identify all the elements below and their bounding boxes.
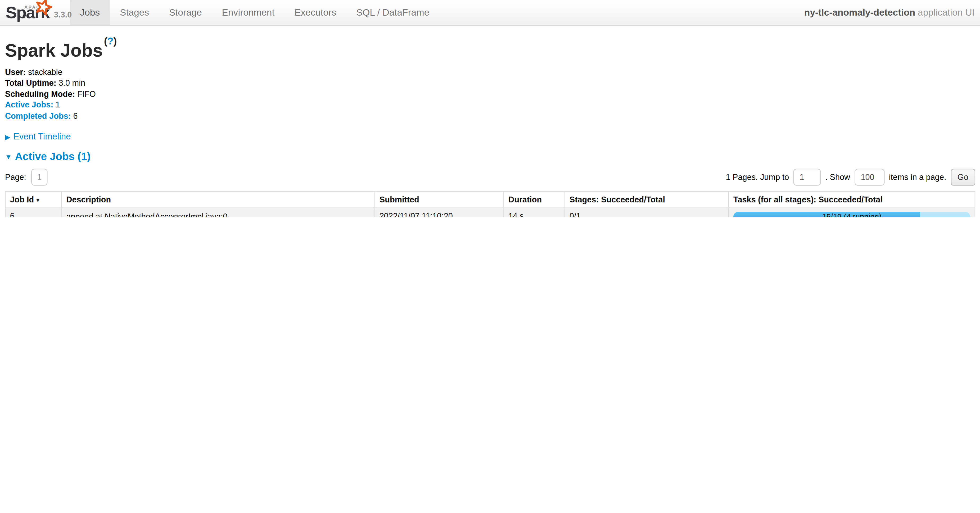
spark-star-icon bbox=[35, 0, 52, 16]
tab-storage[interactable]: Storage bbox=[159, 0, 212, 25]
nav-tabs: Jobs Stages Storage Environment Executor… bbox=[70, 0, 439, 25]
header-tasks[interactable]: Tasks (for all stages): Succeeded/Total bbox=[729, 192, 975, 208]
active-jobs-section-header[interactable]: ▼Active Jobs (1) bbox=[5, 151, 975, 163]
completed-jobs-link[interactable]: Completed Jobs: bbox=[5, 111, 71, 121]
main-content: Spark Jobs(?) User: stackable Total Upti… bbox=[0, 37, 980, 217]
summary-completed-jobs: Completed Jobs: 6 bbox=[5, 110, 975, 121]
sort-desc-icon: ▾ bbox=[37, 197, 40, 203]
task-progress-label: 15/19 (4 running) bbox=[733, 212, 970, 217]
active-jobs-link[interactable]: Active Jobs: bbox=[5, 100, 54, 109]
page-input[interactable] bbox=[31, 169, 48, 186]
application-name-bold: ny-tlc-anomaly-detection bbox=[804, 7, 915, 17]
tab-sql-dataframe[interactable]: SQL / DataFrame bbox=[346, 0, 439, 25]
collapse-down-icon: ▼ bbox=[5, 153, 12, 160]
job-id-cell: 6 bbox=[5, 208, 61, 217]
go-button[interactable]: Go bbox=[951, 169, 975, 186]
tab-jobs[interactable]: Jobs bbox=[70, 0, 110, 25]
spark-logo: Spark APACHE 3.3.0 bbox=[5, 0, 69, 25]
help-tooltip: (?) bbox=[104, 36, 117, 46]
page-label: Page: bbox=[5, 173, 26, 182]
duration-cell: 14 s bbox=[504, 208, 565, 217]
application-name: ny-tlc-anomaly-detection application UI bbox=[804, 0, 975, 25]
navbar: Spark APACHE 3.3.0 Jobs Stages Storage E… bbox=[0, 0, 980, 25]
show-text: . Show bbox=[825, 173, 850, 182]
header-description[interactable]: Description bbox=[62, 192, 375, 208]
summary-uptime: Total Uptime: 3.0 min bbox=[5, 78, 975, 88]
header-submitted[interactable]: Submitted bbox=[375, 192, 504, 208]
summary-active-jobs: Active Jobs: 1 bbox=[5, 100, 975, 110]
show-items-input[interactable] bbox=[854, 169, 885, 186]
submitted-cell: 2022/11/07 11:10:20 bbox=[375, 208, 504, 217]
tab-executors[interactable]: Executors bbox=[285, 0, 346, 25]
job-summary: User: stackable Total Uptime: 3.0 min Sc… bbox=[5, 67, 975, 121]
spark-jobs-page: Spark APACHE 3.3.0 Jobs Stages Storage E… bbox=[0, 0, 980, 217]
header-job-id[interactable]: Job Id▾ bbox=[5, 192, 61, 208]
page-title: Spark Jobs(?) bbox=[5, 37, 975, 60]
summary-user: User: stackable bbox=[5, 67, 975, 78]
pagination-active-top: Page: 1 Pages. Jump to . Show items in a… bbox=[5, 169, 975, 186]
jump-to-input[interactable] bbox=[794, 169, 821, 186]
tab-environment[interactable]: Environment bbox=[212, 0, 285, 25]
task-progress-bar: 15/19 (4 running) bbox=[733, 212, 970, 217]
application-ui-suffix: application UI bbox=[915, 7, 975, 17]
description-cell: append at NativeMethodAccessorImpl.java:… bbox=[62, 208, 375, 217]
event-timeline-toggle[interactable]: ▶Event Timeline bbox=[5, 131, 975, 141]
tasks-cell: 15/19 (4 running) bbox=[729, 208, 975, 217]
summary-scheduling-mode: Scheduling Mode: FIFO bbox=[5, 89, 975, 100]
header-duration[interactable]: Duration bbox=[504, 192, 565, 208]
stages-cell: 0/1 bbox=[565, 208, 729, 217]
collapse-right-icon: ▶ bbox=[5, 133, 10, 141]
spark-version: 3.3.0 bbox=[54, 10, 72, 19]
header-stages[interactable]: Stages: Succeeded/Total bbox=[565, 192, 729, 208]
pages-jump-text: 1 Pages. Jump to bbox=[725, 173, 789, 182]
job-description: append at NativeMethodAccessorImpl.java:… bbox=[66, 211, 370, 217]
active-jobs-table: Job Id▾ Description Submitted Duration S… bbox=[5, 191, 975, 217]
tab-stages[interactable]: Stages bbox=[110, 0, 159, 25]
items-text: items in a page. bbox=[889, 173, 947, 182]
active-job-row: 6 append at NativeMethodAccessorImpl.jav… bbox=[5, 208, 975, 217]
active-table-header-row: Job Id▾ Description Submitted Duration S… bbox=[5, 192, 975, 208]
